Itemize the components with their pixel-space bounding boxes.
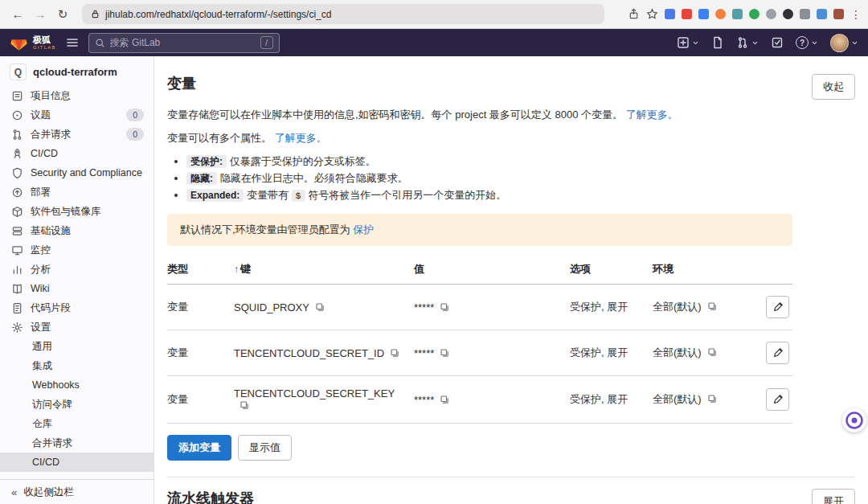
attribute-masked: 隐藏: 隐藏在作业日志中。必须符合隐藏要求。 xyxy=(186,170,792,186)
chevron-down-icon xyxy=(811,39,818,47)
issues-count-badge: 0 xyxy=(126,109,144,121)
share-icon[interactable] xyxy=(628,8,640,20)
collapse-section-button[interactable]: 收起 xyxy=(812,74,855,100)
sidebar-item-infrastructure[interactable]: 基础设施 xyxy=(0,221,154,240)
learn-more-link[interactable]: 了解更多。 xyxy=(626,109,678,121)
sidebar-item-settings[interactable]: 设置 xyxy=(0,318,154,337)
fox-logo-icon xyxy=(10,35,28,51)
edit-variable-button[interactable] xyxy=(766,388,789,411)
settings-subitem-merge-requests[interactable]: 合并请求 xyxy=(0,433,154,453)
browser-reload-button[interactable]: ↻ xyxy=(53,5,72,24)
settings-subitem-general[interactable]: 通用 xyxy=(0,337,154,356)
extensions-puzzle-icon[interactable] xyxy=(800,9,810,19)
learn-more-link[interactable]: 了解更多。 xyxy=(275,132,327,144)
extension-icon[interactable] xyxy=(783,9,793,19)
edit-variable-button[interactable] xyxy=(766,342,789,364)
extension-icon[interactable] xyxy=(817,9,827,19)
column-header-value: 值 xyxy=(414,256,570,285)
edit-variable-button[interactable] xyxy=(766,296,789,318)
hamburger-menu-icon[interactable] xyxy=(66,36,79,49)
address-bar[interactable] xyxy=(82,4,604,24)
extension-icon[interactable] xyxy=(749,9,760,19)
settings-subitem-repository[interactable]: 仓库 xyxy=(0,414,154,433)
copy-value-button[interactable] xyxy=(440,348,450,359)
project-avatar: Q xyxy=(10,64,27,80)
url-input[interactable] xyxy=(105,9,596,20)
extension-icon[interactable] xyxy=(715,9,726,19)
settings-subitem-integrations[interactable]: 集成 xyxy=(0,356,154,375)
column-header-key[interactable]: ↑键 xyxy=(234,256,414,285)
sidebar-item-monitor[interactable]: 监控 xyxy=(0,240,154,260)
add-variable-button[interactable]: 添加变量 xyxy=(167,435,231,461)
settings-subitem-access-tokens[interactable]: 访问令牌 xyxy=(0,395,154,414)
brand-subtitle: GITLAB xyxy=(33,46,56,51)
copy-value-button[interactable] xyxy=(440,395,450,405)
user-menu-button[interactable] xyxy=(830,34,858,52)
variable-key: TENCENTCLOUD_SECRET_KEY xyxy=(234,387,395,400)
feedback-widget-button[interactable] xyxy=(842,408,866,432)
copy-key-button[interactable] xyxy=(315,302,326,313)
variable-environments: 全部(默认) xyxy=(653,393,702,405)
project-header[interactable]: Q qcloud-terraform xyxy=(0,56,154,86)
sidebar-item-analytics[interactable]: 分析 xyxy=(0,260,154,279)
gitlab-search[interactable]: / xyxy=(88,33,280,53)
variables-attributes-intro: 变量可以有多个属性。 了解更多。 xyxy=(167,130,792,146)
reveal-values-button[interactable]: 显示值 xyxy=(238,435,292,461)
sidebar-item-cicd[interactable]: CI/CD xyxy=(0,144,154,163)
snippet-icon xyxy=(11,302,23,314)
copy-environment-button[interactable] xyxy=(707,301,718,312)
sidebar-item-merge-requests[interactable]: 合并请求 0 xyxy=(0,125,154,144)
variable-environments: 全部(默认) xyxy=(653,301,702,313)
help-menu-button[interactable]: ? xyxy=(796,36,818,49)
expanded-chip: Expanded: xyxy=(186,189,244,202)
infrastructure-icon xyxy=(11,225,23,237)
sidebar-item-packages[interactable]: 软件包与镜像库 xyxy=(0,202,154,221)
sidebar-item-snippets[interactable]: 代码片段 xyxy=(0,298,154,318)
copy-value-button[interactable] xyxy=(440,302,450,313)
expand-section-button[interactable]: 展开 xyxy=(812,489,855,504)
masked-chip: 隐藏: xyxy=(186,172,217,185)
copy-key-button[interactable] xyxy=(390,348,400,359)
extension-icon[interactable] xyxy=(665,9,675,19)
bookmark-star-icon[interactable] xyxy=(646,8,658,20)
todos-button[interactable] xyxy=(771,36,784,49)
sidebar-item-deployments[interactable]: 部署 xyxy=(0,182,154,202)
copy-environment-button[interactable] xyxy=(707,394,718,404)
pipeline-triggers-section: 流水线触发器 展开 通过生成触发令牌并将其与 API 调用一起使用,为分支或标签… xyxy=(167,489,855,504)
question-icon: ? xyxy=(796,36,809,49)
issues-shortcut-button[interactable] xyxy=(711,36,724,49)
extension-icon[interactable] xyxy=(682,9,692,19)
settings-subitem-cicd[interactable]: CI/CD xyxy=(0,453,154,472)
brand-title: 极狐 xyxy=(33,35,56,44)
copy-key-button[interactable] xyxy=(240,400,250,411)
sidebar-item-issues[interactable]: 议题 0 xyxy=(0,105,154,125)
browser-back-button[interactable]: ← xyxy=(8,5,27,24)
variable-value: ***** xyxy=(414,347,434,359)
browser-menu-icon[interactable]: ⋮ xyxy=(850,8,860,21)
variable-key: SQUID_PROXY xyxy=(234,301,309,313)
sidebar-item-wiki[interactable]: Wiki xyxy=(0,279,154,298)
pipeline-triggers-title: 流水线触发器 xyxy=(167,489,254,504)
copy-environment-button[interactable] xyxy=(707,347,718,358)
extension-icon[interactable] xyxy=(732,9,743,19)
package-icon xyxy=(11,206,23,218)
gitlab-search-input[interactable] xyxy=(110,37,256,48)
variable-row: 变量 TENCENTCLOUD_SECRET_KEY ***** 受保护, 展开… xyxy=(167,376,792,424)
settings-subitem-webhooks[interactable]: Webhooks xyxy=(0,375,154,395)
sidebar-item-security[interactable]: Security and Compliance xyxy=(0,163,154,182)
jihu-gitlab-logo[interactable]: 极狐 GITLAB xyxy=(10,35,56,51)
collapse-sidebar-button[interactable]: « 收起侧边栏 xyxy=(0,479,154,504)
sidebar-item-project-information[interactable]: 项目信息 xyxy=(0,86,154,105)
extension-icon[interactable] xyxy=(766,9,776,19)
issues-icon xyxy=(11,109,23,121)
new-menu-button[interactable] xyxy=(677,36,699,49)
project-name: qcloud-terraform xyxy=(33,66,117,78)
browser-profile-icon[interactable] xyxy=(833,9,844,19)
extension-icon[interactable] xyxy=(698,9,709,19)
protect-link[interactable]: 保护 xyxy=(353,223,374,236)
merge-requests-button[interactable] xyxy=(736,36,759,49)
sort-ascending-icon: ↑ xyxy=(234,264,239,275)
document-icon xyxy=(711,36,724,49)
browser-forward-button[interactable]: → xyxy=(31,5,50,24)
chevron-down-icon xyxy=(692,39,699,47)
